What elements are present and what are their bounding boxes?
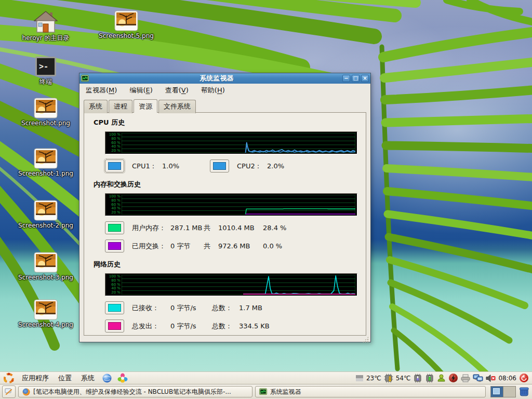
menu-system[interactable]: 系统: [79, 373, 97, 384]
swap-label: 已用交换 :: [132, 242, 170, 251]
swap-color-button[interactable]: [105, 240, 124, 252]
desktop: heroyr 的主目录 Screenshot-5.png >- 终端 Scree…: [0, 0, 532, 399]
resources-tab-page: CPU 历史 100 %80 %60 %40 %20 % CPU1 : 1.0%…: [84, 112, 366, 336]
image-file-icon: [34, 148, 58, 169]
desktop-icon-label: Screenshot-1.png: [18, 170, 73, 177]
swap-total: 972.6 MB: [218, 242, 263, 250]
sent-rate: 0 字节/s: [170, 322, 212, 331]
taskbar-button-label: 系统监视器: [270, 388, 301, 396]
memory-graph-plot: [122, 195, 355, 215]
system-monitor-window: 系统监视器 − □ × 监视器(M) 编辑(E) 查看(V) 帮助(H) 系统 …: [79, 73, 371, 342]
desktop-icon-label: Screenshot-2.png: [18, 222, 73, 229]
received-color-button[interactable]: [105, 301, 124, 314]
maximize-button[interactable]: □: [352, 75, 360, 82]
sent-color-button[interactable]: [105, 320, 124, 332]
memory-graph-ylabels: 100 %80 %60 %40 %20 %: [107, 195, 122, 215]
network-history-title: 网络历史: [94, 260, 358, 269]
memory-label: 用户内存 :: [132, 223, 170, 233]
cpu2-color-button[interactable]: [210, 159, 229, 172]
image-file-icon: [34, 98, 58, 118]
svg-text:>-: >-: [39, 62, 48, 71]
temperature-cpu[interactable]: 54℃: [396, 375, 411, 382]
window-statusbar: [79, 336, 370, 344]
distro-menu-icon[interactable]: [3, 373, 15, 384]
desktop-icon-label: 终端: [39, 78, 52, 85]
memory-history-title: 内存和交换历史: [94, 180, 358, 189]
tab-system[interactable]: 系统: [84, 100, 108, 113]
sensor-applet-icon[interactable]: [355, 374, 364, 382]
home-icon: [34, 10, 58, 33]
desktop-icon-screenshot-2[interactable]: Screenshot-2.png: [15, 200, 77, 229]
cpu-temp-icon[interactable]: [384, 374, 393, 383]
desktop-icon-screenshot[interactable]: Screenshot.png: [15, 98, 77, 127]
shutdown-icon[interactable]: [519, 373, 529, 383]
image-file-icon: [34, 200, 58, 221]
desktop-icon-label: Screenshot-4.png: [18, 321, 73, 328]
workspace-1[interactable]: [491, 387, 503, 397]
menu-places[interactable]: 位置: [56, 373, 74, 384]
memory-color-button[interactable]: [105, 221, 124, 234]
memory-total: 1010.4 MB: [218, 224, 263, 232]
cpu-legend-row: CPU1 : 1.0% CPU2 : 2.0%: [105, 159, 358, 172]
tab-filesystems[interactable]: 文件系统: [158, 100, 196, 113]
tab-processes[interactable]: 进程: [109, 100, 132, 113]
browser-launcher-icon[interactable]: [102, 373, 112, 383]
minimize-button[interactable]: −: [342, 75, 350, 82]
window-list-panel: [笔记本电脑使用、维护及保修经验交流 - NBCLUB笔记本电脑俱乐部-... …: [0, 384, 532, 399]
received-row: 已接收 : 0 字节/s 总数 : 1.7 MB: [105, 301, 358, 314]
desktop-icon-label: heroyr 的主目录: [22, 34, 70, 42]
close-button[interactable]: ×: [361, 75, 369, 82]
titlebar[interactable]: 系统监视器 − □ ×: [79, 73, 370, 84]
tab-bar: 系统 进程 资源 文件系统: [79, 97, 370, 113]
memory-of: 共: [204, 223, 218, 233]
show-desktop-icon: [5, 388, 13, 396]
desktop-icon-screenshot-1[interactable]: Screenshot-1.png: [15, 148, 77, 177]
swap-of: 共: [204, 242, 218, 251]
printer-icon[interactable]: [461, 374, 470, 382]
cpu-graph-ylabels: 100 %80 %60 %40 %20 %: [107, 133, 122, 153]
image-file-icon: [114, 10, 138, 31]
system-monitor-icon: [81, 75, 89, 83]
desktop-icon-home[interactable]: heroyr 的主目录: [15, 10, 77, 42]
menu-help[interactable]: 帮助(H): [201, 86, 225, 95]
taskbar-button-system-monitor[interactable]: 系统监视器: [255, 386, 486, 397]
cpu-history-graph: 100 %80 %60 %40 %20 %: [105, 131, 357, 154]
trash-icon[interactable]: [518, 386, 530, 397]
temperature-ambient[interactable]: 23℃: [366, 375, 381, 382]
window-title: 系统监视器: [91, 74, 342, 83]
menu-applications[interactable]: 应用程序: [20, 373, 51, 384]
monitor-applet-blue-icon[interactable]: [413, 374, 422, 383]
monitor-applet-green-icon[interactable]: [425, 374, 434, 383]
workspace-switcher: [490, 386, 516, 397]
desktop-icon-screenshot-3[interactable]: Screenshot-3.png: [15, 252, 77, 281]
workspace-window-thumb: [493, 388, 500, 394]
desktop-icon-screenshot-4[interactable]: Screenshot-4.png: [15, 299, 77, 328]
volume-muted-icon[interactable]: [486, 374, 496, 382]
user-switcher-icon[interactable]: [437, 374, 446, 382]
resize-grip[interactable]: [362, 336, 369, 343]
workspace-2[interactable]: [503, 387, 515, 397]
network-history-graph: 100 %80 %60 %40 %20 %: [105, 273, 357, 296]
taskbar-button-firefox[interactable]: [笔记本电脑使用、维护及保修经验交流 - NBCLUB笔记本电脑俱乐部-...: [18, 386, 252, 397]
desktop-icon-terminal[interactable]: >- 终端: [15, 56, 77, 85]
sent-total: 334.5 KB: [239, 322, 270, 330]
menu-edit[interactable]: 编辑(E): [129, 86, 152, 95]
menu-view[interactable]: 查看(V): [165, 86, 189, 95]
cpu1-color-button[interactable]: [105, 159, 124, 172]
system-tray: 23℃ 54℃: [355, 373, 529, 383]
desktop-icon-label: Screenshot-5.png: [99, 32, 154, 39]
received-total: 1.7 MB: [239, 304, 262, 312]
desktop-icon-screenshot-5[interactable]: Screenshot-5.png: [95, 10, 157, 39]
power-manager-icon[interactable]: [448, 373, 458, 383]
menu-monitor[interactable]: 监视器(M): [86, 86, 117, 95]
clock[interactable]: 08:06: [498, 375, 516, 382]
app-launcher-icon[interactable]: [117, 373, 128, 383]
show-desktop-button[interactable]: [2, 385, 16, 398]
network-monitor-icon[interactable]: [473, 374, 483, 383]
image-file-icon: [34, 252, 58, 273]
memory-history-graph: 100 %80 %60 %40 %20 %: [105, 193, 357, 216]
tab-resources[interactable]: 资源: [134, 99, 157, 113]
sent-label: 总发出 :: [132, 322, 170, 331]
terminal-icon: >-: [35, 56, 57, 77]
sent-total-label: 总数 :: [212, 322, 239, 331]
